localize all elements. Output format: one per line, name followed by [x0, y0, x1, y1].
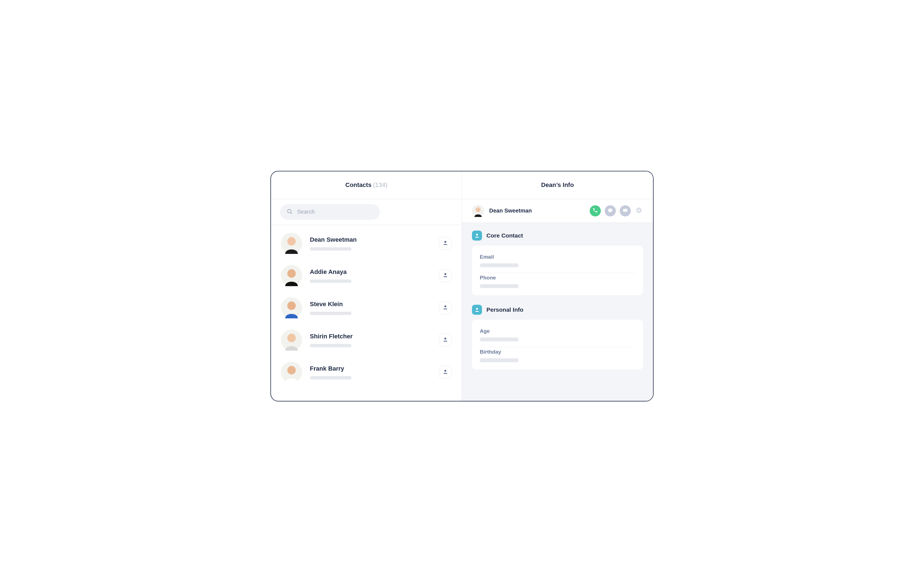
contact-profile-button[interactable]	[439, 334, 452, 347]
contact-avatar	[281, 265, 302, 286]
svg-line-1	[291, 212, 292, 213]
contact-row[interactable]: Addie Anaya	[281, 265, 452, 286]
svg-point-15	[287, 366, 296, 374]
contact-subline-placeholder	[310, 376, 352, 379]
field-value-placeholder	[480, 358, 519, 362]
section-card: Email Phone	[472, 246, 643, 295]
chat-icon	[608, 208, 613, 214]
field: Phone	[480, 273, 635, 294]
contact-avatar	[281, 330, 302, 351]
field-label: Birthday	[480, 349, 635, 355]
person-icon	[443, 272, 448, 279]
phone-icon	[593, 208, 598, 214]
contact-text: Dean Sweetman	[310, 236, 431, 250]
contact-name: Steve Klein	[310, 301, 431, 308]
contact-row[interactable]: Steve Klein	[281, 297, 452, 319]
field-value-placeholder	[480, 284, 519, 288]
contact-text: Shirin Fletcher	[310, 333, 431, 347]
svg-point-4	[445, 241, 446, 243]
person-icon	[443, 369, 448, 376]
svg-point-12	[287, 334, 296, 342]
svg-point-9	[287, 302, 296, 310]
svg-point-18	[476, 207, 481, 212]
svg-point-3	[287, 237, 296, 245]
section-title: Personal Info	[487, 306, 523, 313]
person-icon	[443, 240, 448, 247]
svg-point-6	[287, 269, 296, 278]
email-button[interactable]	[620, 205, 631, 216]
contact-row[interactable]: Dean Sweetman	[281, 233, 452, 254]
contact-subline-placeholder	[310, 247, 352, 250]
contact-profile-button[interactable]	[439, 366, 452, 379]
contact-text: Frank Barry	[310, 365, 431, 379]
contact-text: Addie Anaya	[310, 268, 431, 283]
contact-profile-button[interactable]	[439, 302, 452, 314]
contact-avatar	[281, 233, 302, 254]
field-value-placeholder	[480, 337, 519, 342]
mail-icon	[623, 208, 628, 214]
contact-row[interactable]: Frank Barry	[281, 362, 452, 383]
section-card: Age Birthday	[472, 320, 643, 370]
contact-subline-placeholder	[310, 344, 352, 347]
contacts-title: Contacts	[346, 182, 372, 189]
svg-point-13	[445, 337, 446, 339]
field: Email	[480, 252, 635, 273]
search-icon	[287, 208, 293, 216]
gear-icon	[636, 207, 642, 215]
svg-point-19	[476, 234, 478, 236]
section-header: Personal Info	[472, 305, 643, 315]
field: Birthday	[480, 347, 635, 368]
field: Age	[480, 326, 635, 347]
contact-name: Addie Anaya	[310, 268, 431, 275]
call-button[interactable]	[590, 205, 601, 216]
contact-row[interactable]: Shirin Fletcher	[281, 330, 452, 351]
contact-avatar	[281, 297, 302, 319]
person-icon	[443, 305, 448, 311]
contact-subline-placeholder	[310, 280, 352, 283]
person-icon	[443, 337, 448, 344]
detail-header: Dean’s Info	[462, 171, 653, 199]
search-input[interactable]	[297, 208, 373, 215]
person-badge-icon	[472, 230, 482, 241]
message-button[interactable]	[605, 205, 616, 216]
detail-pane: Dean’s Info Dean Sweetman	[462, 171, 653, 401]
contact-subline-placeholder	[310, 312, 352, 315]
contact-name: Shirin Fletcher	[310, 333, 431, 340]
section-title: Core Contact	[487, 232, 523, 239]
search-wrap	[271, 199, 462, 225]
contact-list: Dean Sweetman Addie Anaya	[271, 225, 462, 401]
contact-name: Dean Sweetman	[310, 236, 431, 243]
detail-bar: Dean Sweetman	[462, 199, 653, 223]
search-box[interactable]	[280, 204, 380, 220]
field-label: Phone	[480, 275, 635, 281]
detail-avatar	[472, 205, 484, 217]
detail-actions	[590, 205, 643, 216]
contact-avatar	[281, 362, 302, 383]
detail-title: Dean’s Info	[541, 182, 574, 189]
contact-profile-button[interactable]	[439, 237, 452, 250]
svg-point-10	[445, 305, 446, 307]
field-label: Age	[480, 328, 635, 334]
person-badge-icon	[472, 305, 482, 315]
contact-profile-button[interactable]	[439, 269, 452, 282]
app-window: Contacts (134) Dean Sweetman	[270, 171, 654, 401]
contact-text: Steve Klein	[310, 301, 431, 315]
contacts-pane: Contacts (134) Dean Sweetman	[271, 171, 462, 401]
detail-contact-name: Dean Sweetman	[489, 208, 585, 214]
contact-name: Frank Barry	[310, 365, 431, 372]
field-label: Email	[480, 254, 635, 260]
contacts-count: (134)	[373, 182, 387, 189]
settings-button[interactable]	[635, 207, 643, 215]
contacts-header: Contacts (134)	[271, 171, 462, 199]
svg-point-20	[476, 308, 478, 310]
svg-point-16	[445, 370, 446, 372]
field-value-placeholder	[480, 263, 519, 267]
svg-point-7	[445, 273, 446, 275]
section-header: Core Contact	[472, 230, 643, 241]
detail-body: Core Contact Email Phone Personal Info A…	[462, 223, 653, 401]
